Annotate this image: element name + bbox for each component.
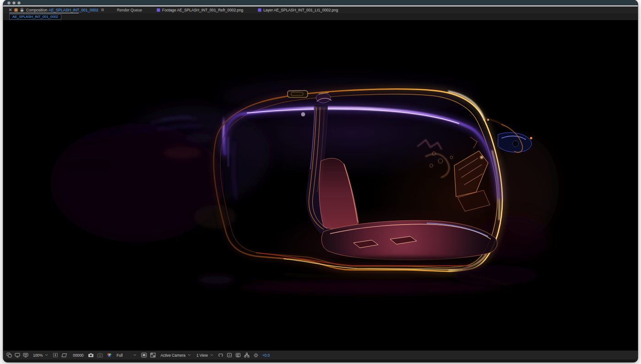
footage-color-label [157,8,160,12]
window-bottom-edge [3,359,638,362]
preview-toggle-icon[interactable] [6,353,12,358]
minimize-window-icon[interactable] [12,1,16,5]
region-of-interest-icon[interactable] [141,353,147,358]
exposure-value[interactable]: +0.0 [262,353,270,358]
display-icon[interactable] [15,353,20,358]
after-effects-window: Composition AE_SPLASH_INT_001_0002 Rende… [3,0,638,362]
viewer-lock-icon[interactable] [20,8,24,12]
traffic-lights [7,1,21,5]
close-window-icon[interactable] [7,1,11,5]
channels-icon[interactable] [106,353,112,358]
neon-car-render [3,20,638,350]
transparency-grid-icon[interactable] [150,353,156,358]
active-tab-underline [9,13,79,13]
tab-layer-label: Layer AE_SPLASH_INT_001_LI1_0002.png [263,8,338,12]
chevron-down-icon[interactable] [210,354,213,356]
zoom-window-icon[interactable] [17,1,21,5]
tab-render-queue-label: Render Queue [117,8,142,12]
pixel-aspect-icon[interactable] [218,353,223,358]
viewer-tab-row: AE_SPLASH_INT_001_0002 [3,13,638,20]
viewer-tab-active[interactable]: AE_SPLASH_INT_001_0002 [9,14,61,20]
tab-composition[interactable]: Composition AE_SPLASH_INT_001_0002 [26,6,98,13]
reset-exposure-icon[interactable] [253,353,259,358]
tab-render-queue[interactable]: Render Queue [117,6,142,13]
timeline-icon[interactable] [235,353,241,358]
resolution-value: Full [116,353,122,358]
snapshot-icon[interactable] [88,353,94,358]
frame-counter[interactable]: 00000 [73,353,83,358]
panel-tab-bar: Composition AE_SPLASH_INT_001_0002 Rende… [3,6,638,13]
viewport-toolbar: 100% 00000 Full Active Camera [3,350,638,359]
mask-visibility-icon[interactable] [61,353,67,358]
view-layout-value[interactable]: 1 View [196,353,208,358]
viewer-tab-label: AE_SPLASH_INT_001_0002 [12,15,58,19]
resolution-dropdown[interactable]: Full [116,353,136,358]
magnification-value[interactable]: 100% [33,353,43,358]
view-3d-value[interactable]: Active Camera [160,353,185,358]
composition-viewport[interactable] [3,20,638,350]
tab-composition-name: AE_SPLASH_INT_001_0002 [49,8,98,12]
tab-composition-prefix: Composition [26,8,47,12]
chevron-down-icon [133,354,136,356]
tab-footage-label: Footage AE_SPLASH_INT_001_Refr_0002.png [162,8,243,12]
panel-menu-icon[interactable] [101,8,104,11]
chevron-down-icon[interactable] [45,354,48,356]
tab-footage[interactable]: Footage AE_SPLASH_INT_001_Refr_0002.png [162,6,243,13]
close-icon[interactable] [9,8,12,11]
comp-color-label [14,8,18,12]
layer-color-label [258,8,261,12]
flowchart-icon[interactable] [244,353,250,358]
mirror-display-icon[interactable] [23,353,29,358]
grid-guides-icon[interactable] [53,353,58,358]
tab-layer[interactable]: Layer AE_SPLASH_INT_001_LI1_0002.png [263,6,338,13]
window-titlebar[interactable] [3,0,638,5]
show-snapshot-icon[interactable] [97,353,103,358]
chevron-down-icon[interactable] [188,354,191,356]
fast-previews-icon[interactable] [227,353,232,358]
